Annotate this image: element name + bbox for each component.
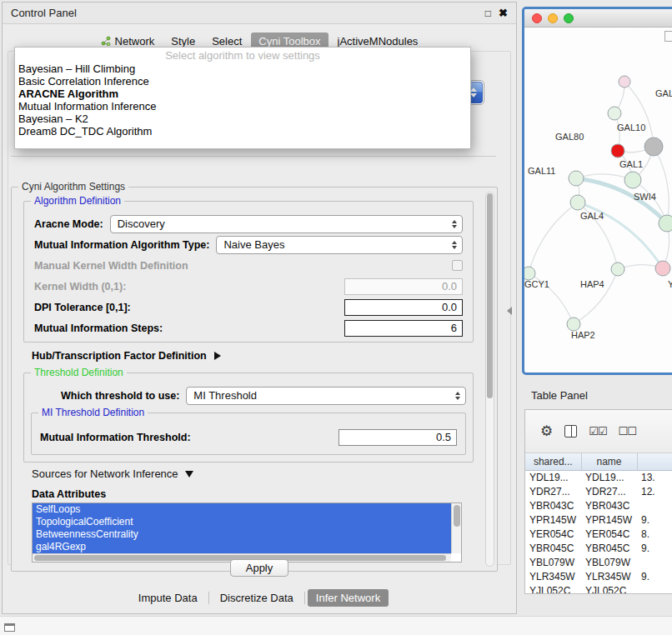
threshold-definition-group: Threshold Definition Which threshold to … <box>23 372 474 462</box>
table-row[interactable]: YDR27...YDR27...12. <box>525 484 672 498</box>
table-row[interactable]: YLR345WYLR345W9. <box>525 569 672 583</box>
minimize-button[interactable] <box>548 13 558 23</box>
table-cell[interactable]: YLR345W <box>581 569 637 583</box>
table-cell[interactable]: YDL19... <box>525 470 581 484</box>
table-cell[interactable]: YER054C <box>581 527 637 541</box>
close-button[interactable] <box>532 13 542 23</box>
table-cell[interactable]: YJL052C <box>525 583 581 594</box>
panel-collapse-handle[interactable] <box>507 307 512 315</box>
table-cell[interactable]: YDL19... <box>581 470 637 484</box>
algorithm-option[interactable]: Basic Correlation Inference <box>17 75 469 88</box>
table-cell[interactable]: 9. <box>637 512 672 527</box>
mi-type-select[interactable]: Naive Bayes <box>216 236 463 254</box>
network-node[interactable] <box>611 144 624 158</box>
hub-definition-toggle[interactable]: Hub/Transcription Factor Definition <box>23 342 474 369</box>
table-row[interactable]: YBR043CYBR043C <box>525 498 672 512</box>
network-icon <box>101 36 111 46</box>
table-cell[interactable] <box>637 555 672 569</box>
table-row[interactable]: YER054CYER054C8. <box>525 527 672 541</box>
table-row[interactable]: YJL052CYJL052C <box>525 583 672 594</box>
table-cell[interactable]: YBR045C <box>581 541 637 555</box>
table-cell[interactable]: YBR043C <box>525 498 581 512</box>
sources-toggle[interactable]: Sources for Network Inference <box>23 462 474 485</box>
apply-button[interactable]: Apply <box>230 559 289 577</box>
select-all-icon[interactable]: ☑☑ <box>589 425 606 438</box>
kernel-width-field[interactable] <box>344 278 463 295</box>
network-canvas[interactable]: GALGAL80GAL10GAL11GAL1SWI4GAL4GCY1HAP4YH… <box>524 28 672 372</box>
table-cell[interactable]: 8. <box>637 527 672 541</box>
attribute-item[interactable]: TopologicalCoefficient <box>33 516 451 528</box>
network-node[interactable] <box>569 171 584 186</box>
dpi-tolerance-field[interactable] <box>344 299 463 316</box>
zoom-button[interactable] <box>564 13 574 23</box>
table-cell[interactable]: 9. <box>637 569 672 583</box>
list-vertical-scrollbar[interactable] <box>451 503 461 553</box>
network-edge[interactable] <box>624 82 654 147</box>
table-cell[interactable]: YLR345W <box>525 569 581 583</box>
table-cell[interactable]: 13. <box>637 470 672 484</box>
table-cell[interactable]: YDR27... <box>525 484 581 498</box>
table-cell[interactable]: YBL079W <box>581 555 637 569</box>
table-cell[interactable] <box>637 583 672 594</box>
deselect-all-icon[interactable]: ☐☐ <box>619 425 636 438</box>
table-cell[interactable]: YBR043C <box>581 498 637 512</box>
tab-infer-network[interactable]: Infer Network <box>308 589 389 607</box>
table-row[interactable]: YPR145WYPR145W9. <box>525 512 672 527</box>
float-window-icon[interactable]: □ <box>485 8 491 19</box>
algorithm-option[interactable]: Bayesian – K2 <box>17 112 469 125</box>
cyni-bottom-tabs: Impute Data Discretize Data Infer Networ… <box>3 589 516 607</box>
network-node[interactable] <box>570 195 585 210</box>
table-cell[interactable]: YPR145W <box>581 512 637 527</box>
network-node[interactable] <box>524 267 535 280</box>
gear-icon[interactable]: ⚙ <box>540 422 553 440</box>
column-header-extra[interactable] <box>637 453 672 470</box>
scrollbar-thumb[interactable] <box>487 193 493 398</box>
node-label: Y <box>668 279 672 289</box>
network-node[interactable] <box>619 76 630 88</box>
attribute-item[interactable]: gal4RGexp <box>33 541 451 553</box>
attribute-item[interactable]: SelfLoops <box>33 503 451 516</box>
aracne-mode-label: Aracne Mode: <box>34 218 103 230</box>
algorithm-option[interactable]: Bayesian – Hill Climbing <box>17 62 469 75</box>
table-cell[interactable]: YPR145W <box>525 512 581 527</box>
table-cell[interactable]: 9. <box>637 541 672 555</box>
mi-steps-field[interactable] <box>344 320 463 337</box>
tab-impute-data[interactable]: Impute Data <box>130 589 206 607</box>
algorithm-option[interactable]: ARACNE Algorithm <box>17 88 469 100</box>
network-node[interactable] <box>624 172 641 188</box>
column-header-shared-name[interactable]: shared... <box>525 453 581 470</box>
manual-kernel-checkbox[interactable] <box>452 260 463 271</box>
settings-scrollbar[interactable] <box>485 192 494 567</box>
table-cell[interactable]: YJL052C <box>581 583 637 594</box>
aracne-mode-select[interactable]: Discovery <box>110 215 463 233</box>
table-cell[interactable]: YER054C <box>525 527 581 541</box>
minimized-panel-icon[interactable] <box>4 623 15 632</box>
table-row[interactable]: YBL079WYBL079W <box>525 555 672 569</box>
close-panel-icon[interactable]: ✖ <box>499 7 508 19</box>
column-selector-icon[interactable] <box>564 425 577 438</box>
data-attributes-list[interactable]: SelfLoopsTopologicalCoefficientBetweenne… <box>32 502 462 562</box>
network-node[interactable] <box>608 107 621 120</box>
table-cell[interactable]: 12. <box>637 484 672 498</box>
network-edge[interactable] <box>529 202 578 273</box>
table-row[interactable]: YBR045CYBR045C9. <box>525 541 672 555</box>
network-node[interactable] <box>567 318 580 331</box>
table-row[interactable]: YDL19...YDL19...13. <box>525 470 672 484</box>
column-header-name[interactable]: name <box>581 453 637 470</box>
table-cell[interactable]: YBL079W <box>525 555 581 569</box>
network-node[interactable] <box>659 215 672 232</box>
algorithm-option[interactable]: Mutual Information Inference <box>17 100 469 112</box>
mi-threshold-field[interactable] <box>339 429 457 446</box>
network-node[interactable] <box>611 262 624 276</box>
network-node[interactable] <box>644 138 663 156</box>
algorithm-option[interactable]: Dream8 DC_TDC Algorithm <box>17 125 469 138</box>
attribute-item[interactable]: BetweennessCentrality <box>33 528 451 541</box>
network-node[interactable] <box>655 261 670 276</box>
table-cell[interactable]: YBR045C <box>525 541 581 555</box>
network-edge[interactable] <box>574 269 618 324</box>
tab-discretize-data[interactable]: Discretize Data <box>212 589 302 607</box>
network-svg[interactable]: GALGAL80GAL10GAL11GAL1SWI4GAL4GCY1HAP4YH… <box>524 28 672 372</box>
table-cell[interactable]: YDR27... <box>581 484 637 498</box>
which-threshold-select[interactable]: MI Threshold <box>186 387 466 405</box>
table-cell[interactable] <box>637 498 672 512</box>
